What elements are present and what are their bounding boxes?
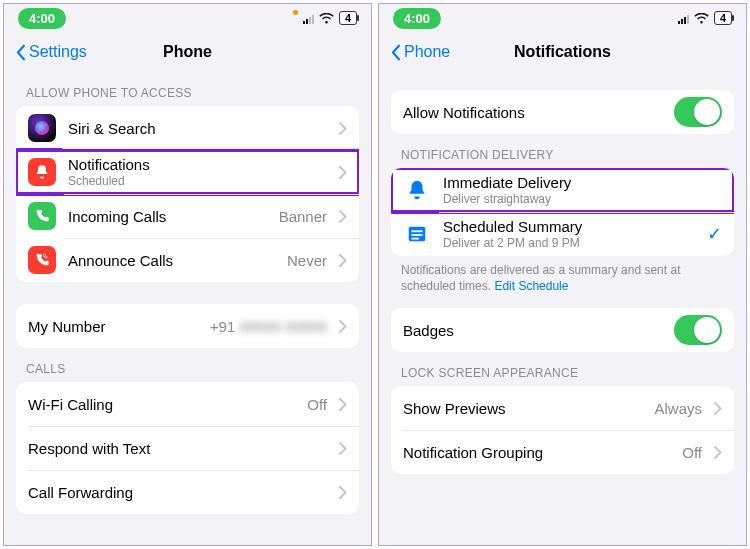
chevron-left-icon xyxy=(389,44,402,61)
row-wifi-calling[interactable]: Wi-Fi Calling Off xyxy=(16,382,359,426)
row-title: Announce Calls xyxy=(68,252,275,269)
row-title: Notification Grouping xyxy=(403,444,670,461)
row-title: Wi-Fi Calling xyxy=(28,396,295,413)
row-title: Incoming Calls xyxy=(68,208,267,225)
row-announce-calls[interactable]: Announce Calls Never xyxy=(16,238,359,282)
chevron-right-icon xyxy=(339,486,347,499)
edit-schedule-link[interactable]: Edit Schedule xyxy=(494,279,568,293)
row-respond-text[interactable]: Respond with Text xyxy=(16,426,359,470)
nav-bar: Phone Notifications xyxy=(379,32,746,72)
checkmark-icon: ✓ xyxy=(707,223,722,245)
chevron-right-icon xyxy=(339,254,347,267)
row-siri-search[interactable]: Siri & Search xyxy=(16,106,359,150)
row-title: Immediate Delivery xyxy=(443,174,722,191)
section-header-access: ALLOW PHONE TO ACCESS xyxy=(16,72,359,106)
content-scroll[interactable]: ALLOW PHONE TO ACCESS Siri & Search Noti… xyxy=(4,72,371,545)
row-call-forwarding[interactable]: Call Forwarding xyxy=(16,470,359,514)
row-my-number[interactable]: My Number +91 00000 00000 xyxy=(16,304,359,348)
phone-incoming-icon xyxy=(28,202,56,230)
chevron-right-icon xyxy=(339,210,347,223)
row-value: +91 00000 00000 xyxy=(210,318,327,335)
group-mynumber: My Number +91 00000 00000 xyxy=(16,304,359,348)
cell-signal-icon xyxy=(678,13,689,24)
summary-icon xyxy=(403,220,431,248)
notifications-settings-screen: 4:00 4 Phone Notifications Allow Notific… xyxy=(378,3,747,546)
status-bar: 4:00 4 xyxy=(379,4,746,32)
row-subtitle: Deliver at 2 PM and 9 PM xyxy=(443,236,695,250)
chevron-right-icon xyxy=(339,442,347,455)
bell-fill-icon xyxy=(403,176,431,204)
section-header-calls: CALLS xyxy=(16,348,359,382)
battery-indicator: 4 xyxy=(714,11,732,25)
chevron-right-icon xyxy=(339,122,347,135)
chevron-right-icon xyxy=(714,402,722,415)
announce-icon xyxy=(28,246,56,274)
chevron-right-icon xyxy=(339,398,347,411)
chevron-right-icon xyxy=(714,446,722,459)
chevron-right-icon xyxy=(339,166,347,179)
toggle-allow-notifications[interactable] xyxy=(674,97,722,127)
section-header-delivery: NOTIFICATION DELIVERY xyxy=(391,134,734,168)
row-show-previews[interactable]: Show Previews Always xyxy=(391,386,734,430)
svg-rect-2 xyxy=(412,234,423,236)
siri-icon xyxy=(28,114,56,142)
status-bar: 4:00 4 xyxy=(4,4,371,32)
row-immediate-delivery[interactable]: Immediate Delivery Deliver straightaway xyxy=(391,168,734,214)
svg-rect-3 xyxy=(412,238,419,240)
row-subtitle: Deliver straightaway xyxy=(443,192,722,206)
phone-settings-screen: 4:00 4 Settings Phone ALLOW PHONE TO ACC… xyxy=(3,3,372,546)
chevron-left-icon xyxy=(14,44,27,61)
svg-rect-1 xyxy=(412,230,423,232)
section-header-lockscreen: LOCK SCREEN APPEARANCE xyxy=(391,352,734,386)
row-incoming-calls[interactable]: Incoming Calls Banner xyxy=(16,194,359,238)
row-value: Never xyxy=(287,252,327,269)
row-title: Allow Notifications xyxy=(403,104,662,121)
row-allow-notifications[interactable]: Allow Notifications xyxy=(391,90,734,134)
back-label: Settings xyxy=(29,43,87,61)
row-value: Off xyxy=(682,444,702,461)
row-title: My Number xyxy=(28,318,198,335)
row-title: Scheduled Summary xyxy=(443,218,695,235)
content-scroll[interactable]: Allow Notifications NOTIFICATION DELIVER… xyxy=(379,72,746,545)
row-value: Off xyxy=(307,396,327,413)
row-notifications[interactable]: Notifications Scheduled xyxy=(16,148,359,196)
row-title: Badges xyxy=(403,322,662,339)
nav-bar: Settings Phone xyxy=(4,32,371,72)
redacted-number: 00000 00000 xyxy=(239,318,327,335)
chevron-right-icon xyxy=(339,320,347,333)
group-allow: Allow Notifications xyxy=(391,90,734,134)
status-indicators: 4 xyxy=(678,11,732,25)
group-delivery: Immediate Delivery Deliver straightaway … xyxy=(391,168,734,256)
battery-indicator: 4 xyxy=(339,11,357,25)
row-title: Show Previews xyxy=(403,400,642,417)
bell-icon xyxy=(28,158,56,186)
row-value: Always xyxy=(654,400,702,417)
group-lockscreen: Show Previews Always Notification Groupi… xyxy=(391,386,734,474)
wifi-icon xyxy=(319,13,334,24)
status-time: 4:00 xyxy=(393,8,441,29)
row-title: Respond with Text xyxy=(28,440,327,457)
row-title: Call Forwarding xyxy=(28,484,327,501)
row-subtitle: Scheduled xyxy=(68,174,327,188)
group-calls: Wi-Fi Calling Off Respond with Text Call… xyxy=(16,382,359,514)
wifi-icon xyxy=(694,13,709,24)
group-badges: Badges xyxy=(391,308,734,352)
delivery-footer: Notifications are delivered as a summary… xyxy=(391,256,734,298)
status-indicators: 4 xyxy=(293,11,357,25)
back-button[interactable]: Settings xyxy=(14,43,87,61)
group-access: Siri & Search Notifications Scheduled In… xyxy=(16,106,359,282)
toggle-badges[interactable] xyxy=(674,315,722,345)
back-label: Phone xyxy=(404,43,450,61)
row-title: Siri & Search xyxy=(68,120,327,137)
row-badges[interactable]: Badges xyxy=(391,308,734,352)
recording-indicator-icon xyxy=(293,10,298,15)
status-time: 4:00 xyxy=(18,8,66,29)
back-button[interactable]: Phone xyxy=(389,43,450,61)
row-notification-grouping[interactable]: Notification Grouping Off xyxy=(391,430,734,474)
cell-signal-icon xyxy=(303,13,314,24)
row-value: Banner xyxy=(279,208,327,225)
row-title: Notifications xyxy=(68,156,327,173)
row-scheduled-summary[interactable]: Scheduled Summary Deliver at 2 PM and 9 … xyxy=(391,212,734,256)
